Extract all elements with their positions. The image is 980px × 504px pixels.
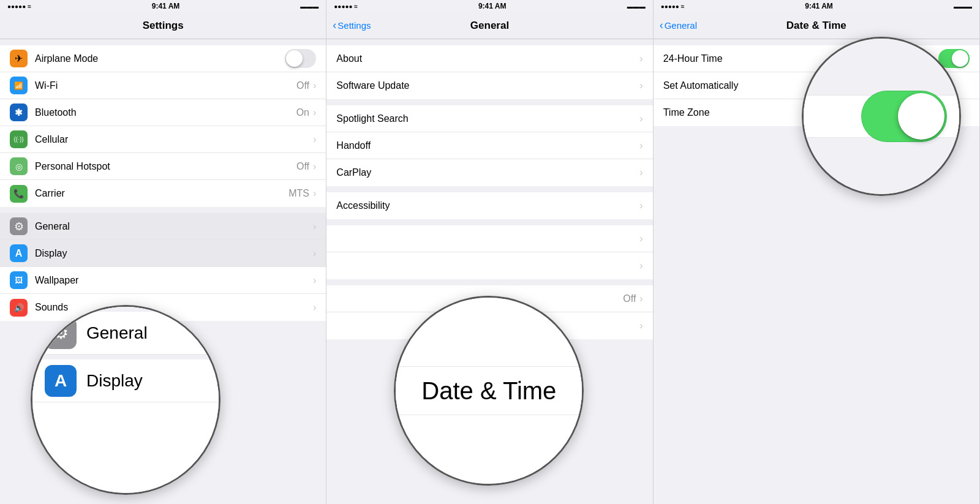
row-extra2[interactable]: ›	[326, 252, 652, 279]
panel-general: ●●●●● ≈ 9:41 AM ▬▬▬ ‹ Settings General A…	[326, 0, 653, 504]
bluetooth-chevron: ›	[313, 107, 316, 118]
row-extra1[interactable]: ›	[326, 225, 652, 252]
hotspot-value: Off	[296, 161, 309, 172]
wallpaper-label: Wallpaper	[35, 275, 313, 286]
airplane-toggle[interactable]	[285, 49, 316, 68]
carrier-icon: 📞	[10, 185, 28, 203]
spotlight-chevron: ›	[639, 113, 643, 124]
airplane-icon: ✈	[10, 50, 28, 67]
accessibility-chevron: ›	[639, 200, 643, 211]
back-chevron-icon: ‹	[333, 19, 336, 32]
panel-datetime: ●●●●● ≈ 9:41 AM ▬▬▬ ‹ General Date & Tim…	[654, 0, 980, 504]
row-accessibility[interactable]: Accessibility ›	[326, 192, 652, 219]
row-hotspot[interactable]: ◎ Personal Hotspot Off ›	[0, 153, 326, 180]
row-spotlight[interactable]: Spotlight Search ›	[326, 105, 652, 132]
bluetooth-value: On	[296, 107, 309, 118]
carrier-value: MTS	[288, 188, 309, 199]
mag2-text: Date & Time	[421, 377, 556, 405]
row-airplane[interactable]: ✈ Airplane Mode	[0, 45, 326, 72]
mag3-content	[804, 39, 959, 194]
panel-settings: ●●●●● ≈ 9:41 AM ▬▬▬ Settings ✈ Airplane …	[0, 0, 326, 504]
row-about[interactable]: About ›	[326, 45, 652, 72]
bluetooth-icon: ✱	[10, 103, 28, 121]
row-bluetooth[interactable]: ✱ Bluetooth On ›	[0, 99, 326, 126]
nav-title-general: General	[470, 20, 509, 32]
wifi-value: Off	[296, 80, 309, 91]
row-wallpaper[interactable]: 🖼 Wallpaper ›	[0, 267, 326, 294]
handoff-chevron: ›	[639, 140, 643, 151]
row-cellular[interactable]: ((·)) Cellular ›	[0, 126, 326, 153]
nav-bar-datetime: ‹ General Date & Time	[654, 12, 979, 39]
signal-area-2: ●●●●● ≈	[334, 3, 357, 10]
row-wifi[interactable]: 📶 Wi-Fi Off ›	[0, 72, 326, 99]
general-section-4: › ›	[326, 225, 652, 279]
cellular-icon: ((·))	[10, 130, 28, 148]
hotspot-chevron: ›	[313, 161, 316, 172]
row-carrier[interactable]: 📞 Carrier MTS ›	[0, 180, 326, 207]
accessibility-label: Accessibility	[336, 200, 639, 211]
back-chevron-icon-2: ‹	[660, 19, 663, 32]
row-handoff[interactable]: Handoff ›	[326, 132, 652, 159]
display-icon: A	[10, 244, 28, 262]
row-display[interactable]: A Display ›	[0, 240, 326, 267]
hotspot-icon: ◎	[10, 157, 28, 175]
row-software-update[interactable]: Software Update ›	[326, 72, 652, 99]
software-update-chevron: ›	[639, 80, 643, 91]
magnifier-datetime: Date & Time	[394, 296, 584, 486]
row-carplay[interactable]: CarPlay ›	[326, 159, 652, 186]
mag-display-label: Display	[86, 371, 143, 391]
bluetooth-label: Bluetooth	[35, 107, 296, 118]
nav-back-general[interactable]: ‹ Settings	[333, 19, 371, 32]
battery-icon-1: ▬▬▬	[300, 3, 318, 10]
nav-title-datetime: Date & Time	[786, 20, 846, 32]
wallpaper-chevron: ›	[313, 275, 316, 286]
row-general[interactable]: ⚙ General ›	[0, 213, 326, 240]
signal-area-1: ●●●●● ≈	[7, 3, 31, 10]
signal-area-3: ●●●●● ≈	[661, 3, 684, 10]
nav-back-datetime[interactable]: ‹ General	[660, 19, 697, 32]
carplay-chevron: ›	[639, 167, 643, 178]
general-section-1: About › Software Update ›	[326, 45, 652, 99]
datetime-spacer-1	[654, 39, 979, 45]
magnifier-toggle	[802, 37, 961, 196]
carplay-label: CarPlay	[336, 167, 639, 178]
signal-2: ●●●●● ≈	[334, 3, 357, 10]
big-toggle[interactable]	[861, 91, 947, 142]
status-bar-2: ●●●●● ≈ 9:41 AM ▬▬▬	[326, 0, 652, 12]
signal-3: ●●●●● ≈	[661, 3, 684, 10]
24hour-toggle[interactable]	[938, 49, 970, 68]
time-1: 9:41 AM	[152, 2, 180, 10]
about-chevron: ›	[639, 53, 643, 64]
airplane-toggle-knob	[286, 50, 303, 67]
spotlight-label: Spotlight Search	[336, 113, 639, 124]
handoff-label: Handoff	[336, 140, 639, 151]
nav-back-label-datetime: General	[665, 20, 697, 31]
general-label: General	[35, 221, 313, 232]
time-2: 9:41 AM	[478, 2, 507, 10]
general-spacer-3	[326, 186, 652, 192]
extra2-chevron: ›	[639, 260, 643, 271]
general-spacer-2	[326, 99, 652, 105]
nav-back-label: Settings	[337, 20, 371, 31]
extra1-chevron: ›	[639, 233, 643, 244]
extra3-value: Off	[623, 293, 636, 304]
hotspot-label: Personal Hotspot	[35, 161, 296, 172]
mag2-content: Date & Time	[396, 298, 582, 484]
general-section-2: Spotlight Search › Handoff › CarPlay ›	[326, 105, 652, 186]
signal-dots-1: ●●●●●	[7, 3, 26, 10]
mag-display-icon: A	[45, 365, 77, 397]
nav-bar-general: ‹ Settings General	[326, 12, 652, 39]
24hour-toggle-knob	[952, 50, 968, 67]
wifi-icon: 📶	[10, 77, 28, 94]
battery-area-1: ▬▬▬	[300, 3, 318, 10]
battery-2: ▬▬▬	[627, 3, 646, 10]
general-section-3: Accessibility ›	[326, 192, 652, 219]
wifi-chevron: ›	[313, 80, 316, 91]
general-spacer-1	[326, 39, 652, 45]
wifi-label: Wi-Fi	[35, 80, 296, 91]
section-general: ⚙ General › A Display › 🖼 Wallpaper › 🔊 …	[0, 213, 326, 321]
mag1-content: ⚙ General A Display	[32, 307, 219, 493]
display-label: Display	[35, 248, 313, 259]
general-spacer-4	[326, 219, 652, 225]
carrier-chevron: ›	[313, 188, 316, 199]
